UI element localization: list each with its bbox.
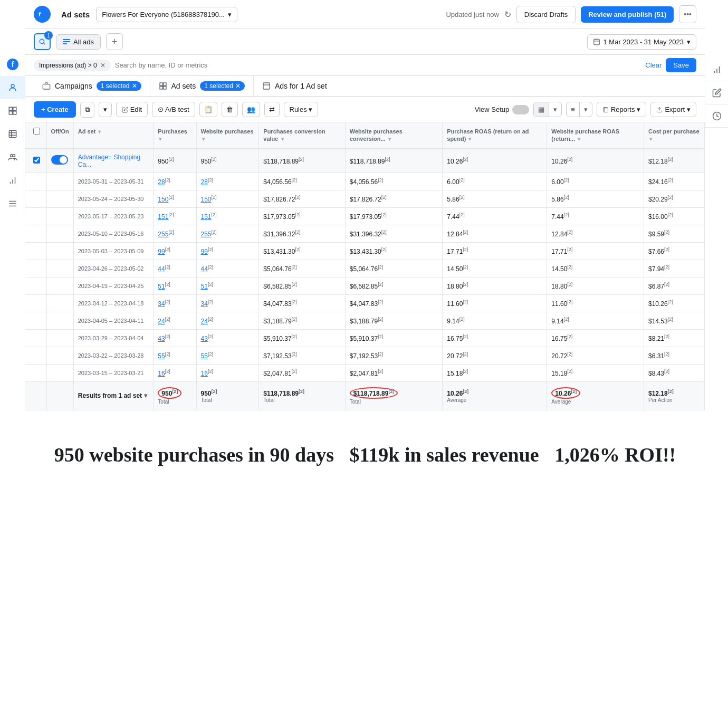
th-purchases-conversion-value[interactable]: Purchases conversion value ▾ [259,122,345,149]
refresh-button[interactable]: ↻ [504,9,511,20]
row-date: 2023-05-03 – 2023-05-09 [73,242,154,260]
ad-sets-table: Off/On Ad set ▾ Purchases ▾ Website purc… [25,122,705,410]
copy-button[interactable]: 📋 [199,102,217,117]
campaigns-selected-chip[interactable]: 1 selected ✕ [97,81,141,91]
th-ad-set[interactable]: Ad set ▾ [73,122,154,149]
side-icon-analytics[interactable] [0,169,25,192]
view-setup-toggle[interactable] [512,105,529,114]
row-pcv: $5,064.76[2] [259,260,345,277]
filter-chip[interactable]: Impressions (ad) > 0 ✕ [34,60,111,71]
row-check[interactable] [25,294,46,312]
grid-view-icon[interactable]: ▦ [534,102,549,117]
filter-remove-button[interactable]: ✕ [100,62,106,69]
row-check[interactable] [25,347,46,364]
row-purchases: 43[2] [154,329,196,347]
row-check[interactable] [25,173,46,190]
columns-icon[interactable]: ≡ [567,102,580,117]
export-button[interactable]: Export ▾ [650,102,696,117]
select-all-checkbox[interactable] [33,128,40,135]
ad-set-link[interactable]: Advantage+ Shopping Ca... [78,154,140,168]
transfer-button[interactable]: ⇄ [264,102,280,117]
search-button[interactable]: 1 [34,33,51,50]
layout-more-icon[interactable]: ▾ [580,102,592,117]
row-website-purchases: 24[2] [196,312,259,329]
row-wpc: $13,431.30[2] [345,242,443,260]
campaign-selector[interactable]: Flowers For Everyone (518688378190... ▾ [96,7,237,22]
th-cost-per-purchase[interactable]: Cost per purchase ▾ [644,122,705,149]
right-icon-chart[interactable] [705,58,728,81]
svg-rect-33 [160,87,162,89]
rules-button[interactable]: Rules ▾ [284,102,319,117]
row-check[interactable] [25,190,46,207]
table-row: 2023-03-22 – 2023-03-28 55[2] 55[2] $7,1… [25,347,705,364]
row-check[interactable] [25,225,46,242]
th-purchases[interactable]: Purchases ▾ [154,122,196,149]
side-icon-audience[interactable] [0,146,25,169]
row-wroas: 10.26[2] [547,149,644,173]
th-website-purchases[interactable]: Website purchases ▾ [196,122,259,149]
ab-test-label: ⊙ A/B test [158,106,189,113]
right-icon-edit[interactable] [705,81,728,104]
row-toggle-empty [46,329,73,347]
reports-button[interactable]: Reports ▾ [597,102,647,117]
row-check[interactable] [25,207,46,225]
ads-nav-section[interactable]: Ads for 1 Ad set [254,76,336,95]
toolbar-right: View Setup ▦ ▾ ≡ ▾ Reports ▾ [475,102,696,117]
th-website-purchase-roas[interactable]: Website purchase ROAS (return... ▾ [547,122,644,149]
side-icon-meta[interactable]: f [0,53,25,76]
add-button[interactable]: + [106,33,123,50]
annotation-1: 950 website purchases in 90 days [54,442,334,468]
save-button[interactable]: Save [666,58,696,72]
duplicate-button[interactable]: ⧉ [80,102,94,118]
ad-sets-selected-chip[interactable]: 1 selected ✕ [200,81,245,91]
row-wpc: $7,192.53[2] [345,347,443,364]
side-icon-reports[interactable] [0,122,25,146]
view-setup[interactable]: View Setup [475,105,530,114]
row-cpp: $10.26[2] [644,294,705,312]
row-check[interactable] [25,364,46,381]
review-publish-button[interactable]: Review and publish (51) [581,6,674,23]
campaigns-deselect-icon[interactable]: ✕ [132,82,137,90]
more-options-button[interactable]: ••• [679,5,696,23]
duplicate-more-button[interactable]: ▾ [99,102,112,117]
ab-test-button[interactable]: ⊙ A/B test [152,102,195,117]
campaigns-nav-section[interactable]: Campaigns 1 selected ✕ [34,76,150,96]
date-range-picker[interactable]: 1 Mar 2023 - 31 May 2023 ▾ [587,34,696,50]
row-check[interactable] [25,260,46,277]
ad-sets-deselect-icon[interactable]: ✕ [235,82,241,90]
side-icon-menu[interactable] [0,192,25,215]
audience-button[interactable]: 👥 [242,102,260,117]
row-purchases: 255[2] [154,225,196,242]
row-check[interactable] [25,277,46,294]
ad-sets-nav-section[interactable]: Ad sets 1 selected ✕ [150,76,254,96]
th-check [25,122,46,149]
breakdown-view-icon[interactable]: ▾ [549,102,561,117]
reports-label: Reports [611,106,635,113]
row-toggle[interactable] [46,149,73,173]
side-icon-account[interactable] [0,76,25,99]
row-wroas: 7.44[2] [547,207,644,225]
row-check[interactable] [25,329,46,347]
create-button[interactable]: + Create [34,101,76,118]
row-website-purchases: 51[2] [196,277,259,294]
clear-button[interactable]: Clear [645,61,662,69]
th-purchase-roas[interactable]: Purchase ROAS (return on ad spend) ▾ [443,122,547,149]
edit-button[interactable]: Edit [116,102,148,117]
discard-drafts-button[interactable]: Discard Drafts [516,6,576,23]
table-row: 2023-04-26 – 2023-05-02 44[2] 44[2] $5,0… [25,260,705,277]
ad-sets-selected-text: 1 selected [204,82,233,90]
row-check[interactable] [25,149,46,173]
footer-purchases: 950[2] Total [154,381,196,410]
right-icon-history[interactable] [705,104,728,128]
row-wroas: 14.50[2] [547,260,644,277]
row-toggle-empty [46,173,73,190]
svg-rect-4 [13,107,16,110]
row-check[interactable] [25,312,46,329]
search-input[interactable] [115,61,641,69]
side-icon-grid[interactable] [0,99,25,122]
delete-button[interactable]: 🗑 [222,102,238,117]
all-ads-label: All ads [73,38,94,46]
row-check[interactable] [25,242,46,260]
th-website-purchases-conversion[interactable]: Website purchases conversion... ▾ [345,122,443,149]
all-ads-button[interactable]: All ads [56,34,101,50]
